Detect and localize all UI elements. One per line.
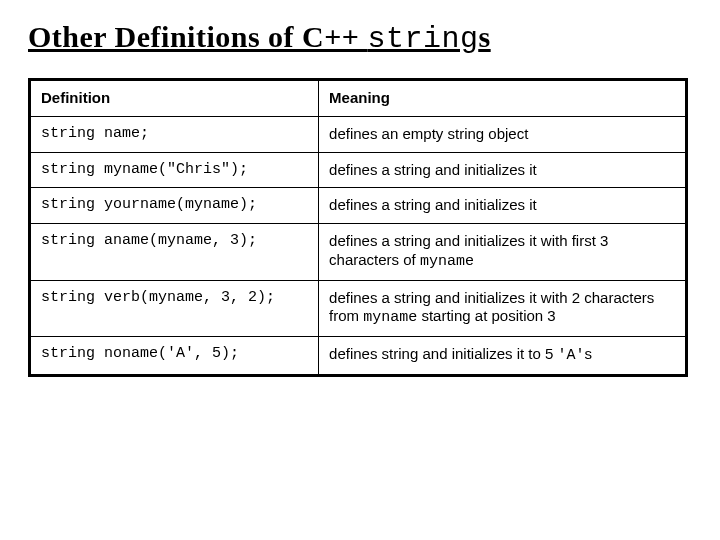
meaning-text: defines string and initializes it to 5: [329, 345, 557, 362]
meaning-cell: defines a string and initializes it with…: [319, 280, 687, 337]
definition-cell: string verb(myname, 3, 2);: [30, 280, 319, 337]
table-row: string yourname(myname);defines a string…: [30, 188, 687, 224]
meaning-cell: defines a string and initializes it: [319, 152, 687, 188]
table-body: string name;defines an empty string obje…: [30, 116, 687, 375]
table-header-row: Definition Meaning: [30, 80, 687, 117]
meaning-text: starting at position 3: [417, 307, 555, 324]
definition-cell: string yourname(myname);: [30, 188, 319, 224]
definition-cell: string aname(myname, 3);: [30, 224, 319, 281]
title-prefix: Other Definitions of C++: [28, 20, 367, 53]
meaning-text: defines a string and initializes it: [329, 196, 537, 213]
table-row: string myname("Chris");defines a string …: [30, 152, 687, 188]
meaning-cell: defines a string and initializes it: [319, 188, 687, 224]
definition-cell: string myname("Chris");: [30, 152, 319, 188]
table-row: string aname(myname, 3);defines a string…: [30, 224, 687, 281]
title-mono: string: [367, 22, 478, 56]
definition-cell: string name;: [30, 116, 319, 152]
definition-cell: string noname('A', 5);: [30, 337, 319, 376]
meaning-text: defines an empty string object: [329, 125, 528, 142]
code-inline: 'A': [558, 347, 585, 364]
table-row: string name;defines an empty string obje…: [30, 116, 687, 152]
meaning-text: defines a string and initializes it: [329, 161, 537, 178]
meaning-text: s: [585, 345, 593, 362]
slide-title: Other Definitions of C++ strings: [28, 20, 692, 56]
meaning-cell: defines an empty string object: [319, 116, 687, 152]
meaning-cell: defines string and initializes it to 5 '…: [319, 337, 687, 376]
header-meaning: Meaning: [319, 80, 687, 117]
table-row: string verb(myname, 3, 2);defines a stri…: [30, 280, 687, 337]
header-definition: Definition: [30, 80, 319, 117]
code-inline: myname: [363, 309, 417, 326]
title-suffix: s: [478, 20, 490, 53]
code-inline: myname: [420, 253, 474, 270]
table-row: string noname('A', 5);defines string and…: [30, 337, 687, 376]
definitions-table: Definition Meaning string name;defines a…: [28, 78, 688, 377]
meaning-cell: defines a string and initializes it with…: [319, 224, 687, 281]
